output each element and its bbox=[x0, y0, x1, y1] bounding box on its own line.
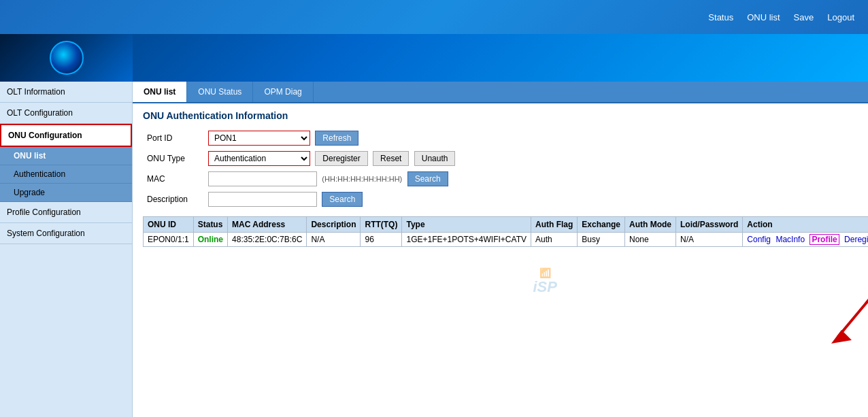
refresh-button[interactable]: Refresh bbox=[315, 131, 358, 146]
deregister-button[interactable]: Deregister bbox=[315, 151, 367, 166]
cell-exchange: Busy bbox=[578, 233, 625, 247]
table-container: ONU ID Status MAC Address Description RT… bbox=[143, 216, 868, 296]
filter-form: Port ID PON1 PON2 PON3 PON4 Refresh ONU … bbox=[143, 128, 459, 210]
port-id-label: Port ID bbox=[143, 128, 204, 148]
col-loid: Loid/Password bbox=[676, 217, 743, 233]
svg-marker-1 bbox=[831, 330, 852, 344]
mac-hint: (HH:HH:HH:HH:HH:HH) bbox=[322, 175, 402, 183]
cell-mac: 48:35:2E:0C:7B:6C bbox=[228, 233, 307, 247]
nav-logout[interactable]: Logout bbox=[827, 12, 854, 22]
content-area: ONU list ONU Status OPM Diag ONU Authent… bbox=[133, 82, 868, 417]
logo-icon bbox=[50, 41, 84, 75]
action-deregister[interactable]: Deregister bbox=[844, 235, 868, 244]
annotation-arrow bbox=[811, 289, 868, 357]
nav-status[interactable]: Status bbox=[708, 12, 733, 22]
col-mac: MAC Address bbox=[228, 217, 307, 233]
col-auth-flag: Auth Flag bbox=[531, 217, 577, 233]
cell-action: Config MacInfo Profile Deregister Reset … bbox=[743, 233, 868, 247]
col-auth-mode: Auth Mode bbox=[625, 217, 676, 233]
svg-line-0 bbox=[838, 296, 868, 337]
page-title: ONU Authentication Information bbox=[143, 110, 868, 121]
logo-area bbox=[0, 34, 133, 82]
col-type: Type bbox=[402, 217, 531, 233]
sidebar-item-system-config[interactable]: System Configuration bbox=[0, 223, 132, 244]
cell-rtt: 96 bbox=[361, 233, 402, 247]
action-profile[interactable]: Profile bbox=[809, 234, 839, 245]
mac-input[interactable] bbox=[208, 171, 317, 186]
cell-loid: N/A bbox=[676, 233, 743, 247]
search-desc-button[interactable]: Search bbox=[322, 192, 363, 207]
action-macinfo[interactable]: MacInfo bbox=[775, 235, 805, 244]
nav-save[interactable]: Save bbox=[794, 12, 814, 22]
isp-watermark: 📶 iSP bbox=[143, 267, 868, 296]
sidebar-item-olt-config[interactable]: OLT Configuration bbox=[0, 103, 132, 124]
table-row: EPON0/1:1 Online 48:35:2E:0C:7B:6C N/A 9… bbox=[144, 233, 869, 247]
status-badge: Online bbox=[198, 235, 223, 244]
page-content: ONU Authentication Information Port ID P… bbox=[133, 103, 868, 303]
cell-auth-flag: Auth bbox=[531, 233, 577, 247]
col-rtt: RTT(TQ) bbox=[361, 217, 402, 233]
cell-type: 1GE+1FE+1POTS+4WIFI+CATV bbox=[402, 233, 531, 247]
cell-auth-mode: None bbox=[625, 233, 676, 247]
cell-status: Online bbox=[193, 233, 227, 247]
col-description: Description bbox=[307, 217, 361, 233]
col-onu-id: ONU ID bbox=[144, 217, 194, 233]
description-label: Description bbox=[143, 189, 204, 210]
sidebar-item-upgrade[interactable]: Upgrade bbox=[0, 184, 132, 202]
cell-description: N/A bbox=[307, 233, 361, 247]
sidebar-item-profile-config[interactable]: Profile Configuration bbox=[0, 202, 132, 223]
nav-onu-list[interactable]: ONU list bbox=[747, 12, 780, 22]
onu-type-select[interactable]: Authentication All Unauth bbox=[208, 151, 310, 166]
col-action: Action bbox=[743, 217, 868, 233]
sidebar-item-olt-info[interactable]: OLT Information bbox=[0, 82, 132, 103]
col-exchange: Exchange bbox=[578, 217, 625, 233]
description-input[interactable] bbox=[208, 192, 317, 207]
tab-onu-list[interactable]: ONU list bbox=[133, 82, 187, 102]
main-layout: OLT Information OLT Configuration ONU Co… bbox=[0, 82, 868, 417]
mac-label: MAC bbox=[143, 169, 204, 189]
sidebar-item-onu-list[interactable]: ONU list bbox=[0, 147, 132, 165]
sidebar: OLT Information OLT Configuration ONU Co… bbox=[0, 82, 133, 417]
action-config[interactable]: Config bbox=[747, 235, 771, 244]
onu-type-label: ONU Type bbox=[143, 148, 204, 169]
tab-opm-diag[interactable]: OPM Diag bbox=[253, 82, 313, 102]
top-navigation: Status ONU list Save Logout bbox=[0, 0, 868, 34]
tab-bar: ONU list ONU Status OPM Diag bbox=[133, 82, 868, 103]
reset-button[interactable]: Reset bbox=[373, 151, 409, 166]
cell-onu-id: EPON0/1:1 bbox=[144, 233, 194, 247]
col-status: Status bbox=[193, 217, 227, 233]
sidebar-item-authentication[interactable]: Authentication bbox=[0, 165, 132, 184]
tab-onu-status[interactable]: ONU Status bbox=[187, 82, 253, 102]
onu-data-table: ONU ID Status MAC Address Description RT… bbox=[143, 216, 868, 247]
sidebar-item-onu-config[interactable]: ONU Configuration bbox=[0, 124, 132, 147]
header-area bbox=[0, 34, 868, 82]
port-id-select[interactable]: PON1 PON2 PON3 PON4 bbox=[208, 131, 310, 146]
search-mac-button[interactable]: Search bbox=[407, 171, 448, 186]
unauth-button[interactable]: Unauth bbox=[414, 151, 456, 166]
